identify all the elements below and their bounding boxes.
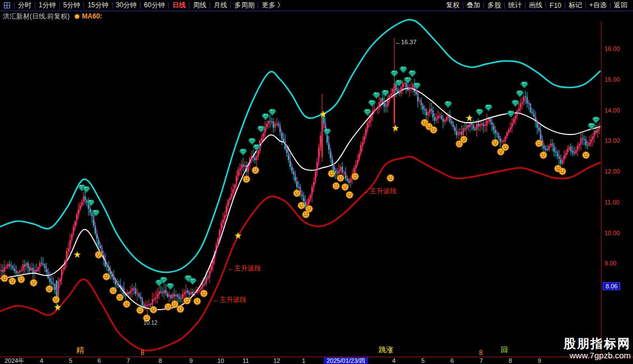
date-label: 2024年: [4, 357, 24, 364]
tab-60min[interactable]: 60分钟: [141, 0, 168, 11]
tab-weekly[interactable]: 周线: [189, 0, 210, 11]
tab-daily[interactable]: 日线: [169, 0, 189, 11]
btn-f10[interactable]: F10: [546, 0, 565, 11]
price-axis: 8.06 16.0015.0014.0013.0012.0011.0010.00…: [601, 21, 633, 357]
trading-app-window: ←16.37←主升波段←主升波段←主升波段10.12精8跳涨8回 分时1分钟5分…: [0, 0, 633, 364]
date-label: 12: [273, 357, 280, 364]
date-label: 8: [509, 357, 512, 364]
date-label: 4: [40, 357, 43, 364]
btn-draw-line[interactable]: 画线: [525, 0, 546, 11]
tab-intraday[interactable]: 分时: [15, 0, 35, 11]
tab-1min[interactable]: 1分钟: [35, 0, 59, 11]
price-label: 9.00: [604, 260, 616, 267]
date-label: 7: [127, 357, 130, 364]
btn-add-watchlist[interactable]: +自选: [586, 0, 610, 11]
price-label: 12.00: [604, 168, 620, 175]
menu-more[interactable]: 更多 》: [258, 0, 287, 11]
cursor-date-tag: 2025/01/23/四: [324, 357, 368, 364]
date-label: 9: [189, 357, 193, 364]
btn-mark[interactable]: 标记: [565, 0, 585, 11]
price-label: 11.00: [604, 199, 620, 206]
price-label: 14.00: [604, 107, 620, 114]
candlestick-chart: ←16.37←主升波段←主升波段←主升波段10.12精8跳涨8回: [0, 0, 633, 364]
current-price-tag: 8.06: [603, 282, 620, 290]
date-label: 1: [302, 357, 305, 364]
date-label: 4: [392, 357, 395, 364]
date-label: 6: [97, 357, 101, 364]
date-label: 11: [243, 357, 249, 364]
tab-monthly[interactable]: 月线: [210, 0, 230, 11]
tab-multi-period[interactable]: 多周期: [231, 0, 258, 11]
date-label: 5: [421, 357, 425, 364]
date-label: 6: [450, 357, 454, 364]
chart-plot-area[interactable]: [0, 21, 601, 356]
toolbar-buttons: 复权叠加多股统计画线F10标记+自选返回: [443, 0, 633, 11]
price-label: 10.00: [604, 230, 620, 237]
price-label: 16.00: [604, 45, 620, 53]
tab-30min[interactable]: 30分钟: [113, 0, 140, 11]
btn-adjust[interactable]: 复权: [443, 0, 463, 11]
price-label: 15.00: [604, 76, 620, 83]
app-grid-icon[interactable]: [4, 2, 10, 8]
date-label: 9: [538, 357, 541, 364]
date-label: 10: [217, 357, 224, 364]
price-label: 13.00: [604, 137, 620, 144]
date-label: 8: [159, 357, 162, 364]
btn-statistics[interactable]: 统计: [505, 0, 525, 11]
tab-15min[interactable]: 15分钟: [84, 0, 111, 11]
date-label: 5: [69, 357, 72, 364]
date-label: 7: [480, 357, 483, 364]
btn-overlay[interactable]: 叠加: [463, 0, 483, 11]
tab-5min[interactable]: 5分钟: [60, 0, 84, 11]
top-menu-bar: 分时1分钟5分钟15分钟30分钟60分钟日线周线月线多周期更多 》 复权叠加多股…: [0, 0, 633, 11]
btn-multi-stock[interactable]: 多股: [484, 0, 504, 11]
period-tabs: 分时1分钟5分钟15分钟30分钟60分钟日线周线月线多周期更多 》: [0, 0, 287, 11]
date-axis: 2025/01/23/四 2024年4567891011121456789: [0, 357, 633, 364]
btn-back[interactable]: 返回: [611, 0, 631, 11]
